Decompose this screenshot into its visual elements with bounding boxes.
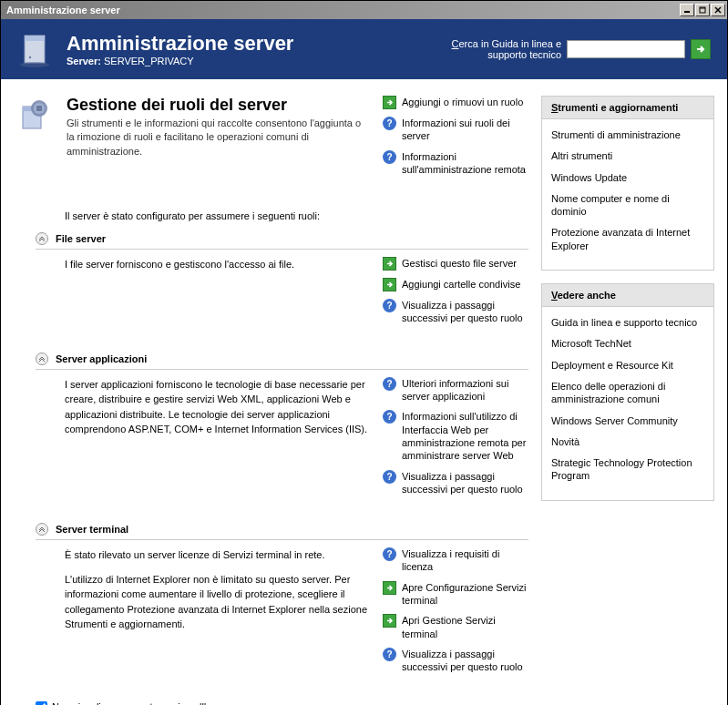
role-description: I server applicazioni forniscono le tecn… — [65, 377, 370, 503]
header-title: Amministrazione server — [67, 32, 293, 56]
tools-link[interactable]: Protezione avanzata di Internet Explorer — [551, 226, 704, 252]
help-icon: ? — [383, 150, 396, 164]
arrow-icon — [383, 581, 396, 595]
page-title: Gestione dei ruoli del server — [67, 96, 370, 115]
titlebar: Amministrazione server — [1, 1, 727, 19]
tools-link[interactable]: Nome computer e nome di dominio — [551, 192, 704, 219]
sidebar: Strumenti e aggiornamenti Strumenti di a… — [541, 96, 714, 705]
svg-point-7 — [20, 62, 49, 67]
search-label: Cerca in Guida in linea e supporto tecni… — [415, 38, 561, 60]
top-link[interactable]: ?Informazioni sull'amministrazione remot… — [383, 150, 528, 177]
titlebar-buttons — [680, 4, 725, 16]
role-link[interactable]: Aggiungi cartelle condivise — [383, 278, 528, 291]
header-search: Cerca in Guida in linea e supporto tecni… — [415, 38, 711, 60]
header: Amministrazione server Server: SERVER_PR… — [1, 19, 727, 79]
role-link[interactable]: ?Visualizza i passaggi successivi per qu… — [383, 299, 528, 325]
svg-rect-13 — [36, 106, 42, 111]
role-section: Server applicazioniI server applicazioni… — [17, 352, 528, 503]
arrow-icon — [383, 257, 396, 271]
svg-point-8 — [29, 56, 31, 58]
help-icon: ? — [383, 648, 396, 661]
arrow-icon — [383, 614, 396, 628]
seealso-link[interactable]: Microsoft TechNet — [551, 337, 704, 350]
seealso-link[interactable]: Novità — [551, 435, 704, 448]
role-title: Server terminal — [56, 524, 128, 535]
link-text: Informazioni sull'amministrazione remota — [402, 150, 528, 177]
link-text: Aggiungi o rimuovi un ruolo — [402, 96, 523, 108]
svg-rect-6 — [25, 36, 45, 41]
seealso-link[interactable]: Guida in linea e supporto tecnico — [551, 316, 704, 329]
collapse-icon[interactable] — [36, 232, 48, 245]
seealso-link[interactable]: Deployment e Resource Kit — [551, 359, 704, 372]
help-icon: ? — [383, 470, 396, 484]
role-link[interactable]: ?Visualizza i passaggi successivi per qu… — [383, 470, 528, 496]
tools-link[interactable]: Altri strumenti — [551, 149, 704, 162]
help-icon: ? — [383, 377, 396, 391]
page-description: Gli strumenti e le informazioni qui racc… — [67, 117, 370, 158]
dont-show-checkbox[interactable] — [36, 701, 47, 705]
main-content: Gestione dei ruoli del server Gli strume… — [17, 96, 528, 705]
top-link[interactable]: Aggiungi o rimuovi un ruolo — [383, 96, 528, 109]
roles-icon — [17, 96, 54, 132]
server-icon — [17, 30, 56, 68]
link-text: Visualizza i passaggi successivi per que… — [402, 299, 528, 325]
role-link[interactable]: ?Visualizza i passaggi successivi per qu… — [383, 648, 528, 674]
role-link[interactable]: Apri Gestione Servizi terminal — [383, 614, 528, 640]
role-link[interactable]: ?Visualizza i requisiti di licenza — [383, 547, 528, 574]
role-link[interactable]: ?Informazioni sull'utilizzo di Interfacc… — [383, 410, 528, 462]
help-icon: ? — [383, 117, 396, 130]
minimize-button[interactable] — [680, 4, 694, 16]
see-also-heading: Vedere anche — [542, 284, 713, 307]
tools-box: Strumenti e aggiornamenti Strumenti di a… — [541, 96, 714, 271]
help-icon: ? — [383, 299, 396, 312]
role-section: File serverI file server forniscono e ge… — [17, 232, 528, 332]
search-go-button[interactable] — [691, 39, 711, 59]
role-link[interactable]: Apre Configurazione Servizi terminal — [383, 581, 528, 608]
roles-intro: Il server è stato configurato per assume… — [65, 210, 528, 221]
collapse-icon[interactable] — [36, 523, 48, 536]
role-link[interactable]: ?Ulteriori informazioni sui server appli… — [383, 377, 528, 404]
link-text: Informazioni sull'utilizzo di Interfacci… — [402, 410, 528, 462]
role-description: I file server forniscono e gestiscono l'… — [65, 257, 370, 332]
arrow-icon — [383, 96, 396, 109]
top-link[interactable]: ?Informazioni sui ruoli dei server — [383, 117, 528, 143]
role-description: È stato rilevato un server licenze di Se… — [65, 547, 370, 680]
help-icon: ? — [383, 410, 396, 424]
role-title: Server applicazioni — [56, 353, 147, 364]
see-also-box: Vedere anche Guida in linea e supporto t… — [541, 283, 714, 501]
link-text: Informazioni sui ruoli dei server — [402, 117, 528, 143]
titlebar-text: Amministrazione server — [3, 5, 120, 15]
tools-link[interactable]: Windows Update — [551, 171, 704, 184]
seealso-link[interactable]: Strategic Technology Protection Program — [551, 456, 704, 483]
seealso-link[interactable]: Windows Server Community — [551, 414, 704, 427]
role-link[interactable]: Gestisci questo file server — [383, 257, 528, 271]
role-title: File server — [56, 233, 106, 244]
link-text: Gestisci questo file server — [402, 257, 517, 270]
tools-link[interactable]: Strumenti di amministrazione — [551, 128, 704, 141]
dont-show-label[interactable]: Non visualizzare questa pagina all'acces… — [52, 701, 242, 705]
help-icon: ? — [383, 547, 396, 561]
link-text: Visualizza i passaggi successivi per que… — [402, 648, 528, 674]
maximize-button[interactable] — [695, 4, 710, 16]
link-text: Ulteriori informazioni sui server applic… — [402, 377, 528, 404]
arrow-icon — [383, 278, 396, 291]
header-subtitle: Server: SERVER_PRIVACY — [67, 56, 293, 66]
collapse-icon[interactable] — [36, 352, 48, 365]
tools-heading: Strumenti e aggiornamenti — [542, 97, 713, 119]
link-text: Aggiungi cartelle condivise — [402, 278, 520, 291]
seealso-link[interactable]: Elenco delle operazioni di amministrazio… — [551, 380, 704, 406]
role-section: Server terminalÈ stato rilevato un serve… — [17, 523, 528, 680]
link-text: Apre Configurazione Servizi terminal — [402, 581, 528, 608]
search-input[interactable] — [567, 40, 685, 58]
link-text: Visualizza i passaggi successivi per que… — [402, 470, 528, 496]
link-text: Visualizza i requisiti di licenza — [402, 547, 528, 574]
close-button[interactable] — [711, 4, 725, 16]
link-text: Apri Gestione Servizi terminal — [402, 614, 528, 640]
